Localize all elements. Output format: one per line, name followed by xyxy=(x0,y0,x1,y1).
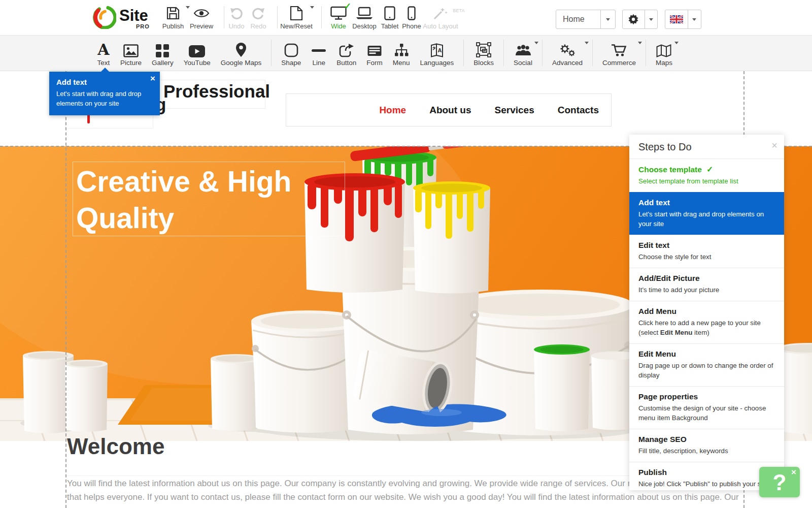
toolbar-separator xyxy=(542,40,543,66)
toolbar-separator xyxy=(277,6,278,28)
chevron-down-icon xyxy=(606,18,610,21)
app-logo-title: Site xyxy=(119,7,148,25)
close-icon[interactable]: × xyxy=(150,74,155,84)
tool-youtube[interactable]: YouTube xyxy=(179,36,216,71)
monitor-icon: ✓ xyxy=(328,5,349,21)
tool-social[interactable]: Social xyxy=(509,36,537,71)
welcome-heading[interactable]: Welcome xyxy=(67,434,164,459)
svg-text:A: A xyxy=(437,47,442,53)
chevron-down-icon xyxy=(638,42,642,44)
google-maps-icon xyxy=(221,41,261,57)
menu-icon xyxy=(393,41,410,57)
eye-icon xyxy=(189,5,214,21)
tool-maps[interactable]: Maps xyxy=(651,36,678,71)
laptop-icon xyxy=(351,5,378,21)
tooltip-title: Add text xyxy=(56,78,153,86)
magic-wand-icon: BETA xyxy=(422,5,459,21)
site-nav: HomeAbout usServicesContacts xyxy=(286,93,612,126)
page-select-caret[interactable] xyxy=(601,10,615,28)
viewport-tablet-button[interactable]: Tablet xyxy=(380,5,400,30)
button-icon xyxy=(336,41,356,57)
step-add-edit-picture[interactable]: Add/Edit PictureIt's time to add your pi… xyxy=(629,268,784,301)
help-button[interactable]: ? × xyxy=(759,467,800,497)
toolbar-separator xyxy=(592,40,593,66)
tool-google-maps[interactable]: Google Maps xyxy=(216,36,266,71)
save-icon xyxy=(160,5,186,21)
hero-heading-text: Creative & High Quality xyxy=(76,163,291,236)
step-edit-menu[interactable]: Edit MenuDrag page up or down to change … xyxy=(629,343,784,386)
viewport-wide-button[interactable]: ✓ Wide xyxy=(328,5,349,30)
new-reset-button[interactable]: New/Reset xyxy=(280,5,313,30)
sitepro-logo-icon xyxy=(93,6,116,31)
viewport-desktop-button[interactable]: Desktop xyxy=(351,5,378,30)
preview-button[interactable]: Preview xyxy=(189,5,214,30)
canvas-guide-left xyxy=(65,71,66,508)
nav-item-services[interactable]: Services xyxy=(495,105,534,116)
chevron-down-icon xyxy=(534,42,538,44)
tablet-icon xyxy=(380,5,400,21)
tool-blocks[interactable]: Blocks xyxy=(468,36,499,71)
toolbar-separator xyxy=(224,6,224,28)
page-select-value: Home xyxy=(556,10,600,28)
tool-button[interactable]: Button xyxy=(331,36,361,71)
shape-icon xyxy=(281,41,301,57)
tool-form[interactable]: Form xyxy=(361,36,388,71)
text-icon: A xyxy=(97,41,110,57)
add-text-tooltip: × Add text Let's start with drag and dro… xyxy=(49,72,160,115)
tool-shape[interactable]: Shape xyxy=(276,36,306,71)
tool-line[interactable]: Line xyxy=(306,36,331,71)
advanced-icon xyxy=(552,41,583,57)
form-icon xyxy=(366,41,383,57)
undo-icon xyxy=(227,5,246,21)
languages-icon: A xyxy=(420,41,454,57)
auto-layout-button[interactable]: BETA Auto Layout xyxy=(422,5,459,30)
tool-menu[interactable]: Menu xyxy=(388,36,415,71)
maps-icon xyxy=(656,41,672,57)
tool-languages[interactable]: ALanguages xyxy=(415,36,459,71)
tool-picture[interactable]: Picture xyxy=(115,36,147,71)
tool-gallery[interactable]: Gallery xyxy=(147,36,179,71)
chevron-down-icon xyxy=(585,42,589,44)
page-select[interactable]: Home xyxy=(556,10,616,29)
publish-button[interactable]: Publish xyxy=(160,5,186,30)
check-icon: ✓ xyxy=(344,1,351,12)
undo-button[interactable]: Undo xyxy=(227,5,246,30)
viewport-phone-button[interactable]: Phone xyxy=(401,5,422,30)
close-icon[interactable]: × xyxy=(771,140,777,151)
gear-icon[interactable] xyxy=(623,10,645,28)
close-icon[interactable]: × xyxy=(791,467,796,478)
nav-item-contacts[interactable]: Contacts xyxy=(558,105,599,116)
tool-text[interactable]: AText xyxy=(92,36,115,71)
language-caret[interactable] xyxy=(688,10,701,28)
new-document-icon xyxy=(280,5,313,21)
tool-advanced[interactable]: Advanced xyxy=(547,36,588,71)
toolbar-separator xyxy=(503,40,504,66)
settings-caret[interactable] xyxy=(645,10,657,28)
step-add-menu[interactable]: Add MenuClick here to add a new page to … xyxy=(629,301,784,343)
uk-flag-icon[interactable] xyxy=(665,10,688,28)
settings-button[interactable] xyxy=(622,10,658,29)
elements-toolbar: ATextPictureGalleryYouTubeGoogle MapsSha… xyxy=(0,36,812,71)
step-choose-template[interactable]: Choose template✓Select template from tem… xyxy=(629,158,784,192)
app-logo-sub: PRO xyxy=(136,23,150,29)
toolbar-separator xyxy=(646,40,646,66)
gallery-icon xyxy=(152,41,174,57)
tooltip-body: Let's start with drag and drop elements … xyxy=(56,89,148,108)
social-icon xyxy=(514,41,532,57)
step-page-properties[interactable]: Page propertiesCustomise the design of y… xyxy=(629,386,784,429)
redo-button[interactable]: Redo xyxy=(249,5,268,30)
chevron-down-icon xyxy=(310,6,314,9)
step-manage-seo[interactable]: Manage SEOFill title, description, keywo… xyxy=(629,429,784,462)
nav-item-about-us[interactable]: About us xyxy=(429,105,471,116)
tool-commerce[interactable]: Commerce xyxy=(597,36,641,71)
step-edit-text[interactable]: Edit textChoose the style for text xyxy=(629,235,784,268)
welcome-paragraph-line-2[interactable]: that helps everyone. If you want to cont… xyxy=(67,492,739,502)
language-button[interactable] xyxy=(665,10,701,29)
line-icon xyxy=(311,41,326,57)
step-add-text[interactable]: Add textLet's start with drag and drop e… xyxy=(629,192,784,235)
toolbar-separator xyxy=(321,6,322,28)
steps-list: Choose template✓Select template from tem… xyxy=(629,158,784,490)
chevron-down-icon xyxy=(649,18,653,21)
hero-heading-element[interactable]: Creative & High Quality xyxy=(73,162,345,236)
nav-item-home[interactable]: Home xyxy=(379,105,406,116)
